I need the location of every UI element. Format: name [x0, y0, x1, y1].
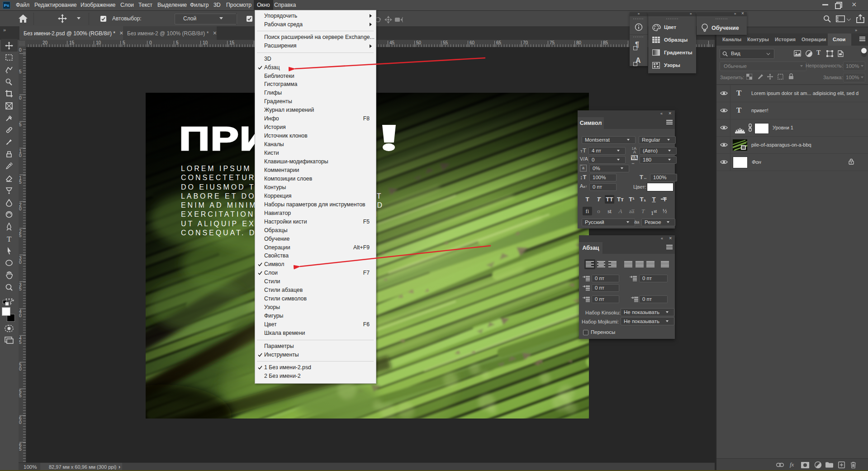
svg-text:T: T	[7, 235, 12, 243]
